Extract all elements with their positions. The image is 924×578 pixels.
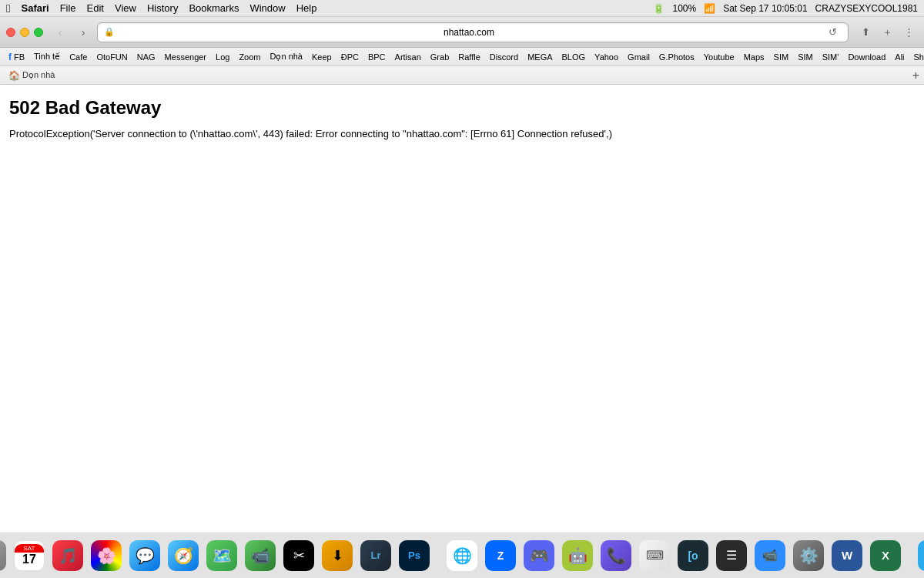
bookmark-sim1[interactable]: SIM (770, 51, 793, 63)
dock-facetime[interactable]: 📹 (243, 538, 278, 573)
dock-zoom-cam[interactable]: 📹 (752, 538, 788, 573)
bookmarks-bar: f FB Tinh tế Cafe OtoFUN NAG Messenger L… (0, 48, 924, 66)
dock-lightroom[interactable]: Lr (358, 538, 393, 573)
bookmark-discord[interactable]: Discord (486, 51, 522, 63)
menubar:  Safari File Edit View History Bookmark… (0, 0, 924, 17)
bookmark-cafe[interactable]: Cafe (65, 51, 91, 63)
bookmark-dpc[interactable]: ĐPC (337, 51, 363, 63)
sidebar-toggle[interactable]: ⋮ (899, 23, 918, 42)
bookmark-log[interactable]: Log (212, 51, 233, 63)
error-title: 502 Bad Gateway (9, 97, 915, 119)
fav-donnha[interactable]: 🏠 Dọn nhà (5, 69, 59, 82)
dock-chrome[interactable]: 🌐 (444, 538, 480, 573)
bookmark-nag[interactable]: NAG (133, 51, 159, 63)
menu-bookmarks[interactable]: Bookmarks (189, 2, 239, 14)
bookmark-zoom[interactable]: Zoom (235, 51, 264, 63)
url-text: nhattao.com (119, 27, 819, 38)
share-button[interactable]: ⬆ (856, 23, 875, 42)
close-button[interactable] (6, 28, 15, 37)
battery-percent: 100% (672, 3, 696, 14)
dock-zalo[interactable]: Z (483, 538, 518, 573)
bookmark-artisan[interactable]: Artisan (391, 51, 425, 63)
dock-sysprefs[interactable]: ⚙️ (791, 538, 826, 573)
new-tab-button[interactable]: ＋ (878, 23, 896, 42)
donnha-icon: 🏠 (8, 70, 20, 81)
dock-viber[interactable]: 📞 (598, 538, 634, 573)
error-page: 502 Bad Gateway ProtocolException('Serve… (0, 85, 924, 152)
bookmark-maps[interactable]: Maps (740, 51, 768, 63)
minimize-button[interactable] (20, 28, 29, 37)
main-content: 502 Bad Gateway ProtocolException('Serve… (0, 85, 924, 532)
bookmark-bpc[interactable]: BPC (364, 51, 390, 63)
bookmark-donnha[interactable]: Dọn nhà (266, 50, 306, 63)
dock-capcut[interactable]: ✂ (281, 538, 316, 573)
dock-bracket[interactable]: [o (675, 538, 711, 573)
bookmark-download[interactable]: Download (844, 51, 889, 63)
bookmark-yahoo[interactable]: Yahoo (591, 51, 622, 63)
favorites-bar: 🏠 Dọn nhà + (0, 66, 924, 85)
dock-keyshade[interactable]: ⌨ (637, 538, 672, 573)
dock-photos[interactable]: 🌸 (89, 538, 124, 573)
battery-icon: 🔋 (653, 3, 665, 14)
traffic-lights (6, 28, 43, 37)
bookmark-keep[interactable]: Keep (308, 51, 336, 63)
dock-calendar[interactable]: SAT 17 (12, 538, 47, 573)
bookmark-messenger[interactable]: Messenger (161, 51, 210, 63)
dock-discord[interactable]: 🎮 (521, 538, 557, 573)
dock-bartender[interactable]: ☰ (714, 538, 749, 573)
dock-music[interactable]: 🎵 (50, 538, 85, 573)
bookmark-raffle[interactable]: Raffle (454, 51, 484, 63)
forward-button[interactable]: › (74, 23, 92, 42)
dock-android[interactable]: 🤖 (560, 538, 595, 573)
app-name[interactable]: Safari (21, 2, 49, 14)
bookmark-sim2[interactable]: SIM (794, 51, 817, 63)
bookmark-gphotos[interactable]: G.Photos (655, 51, 698, 63)
toolbar-icons: ⬆ ＋ ⋮ (856, 23, 918, 42)
dock-fdm[interactable]: ⬇ (320, 538, 355, 573)
bookmark-otofun[interactable]: OtoFUN (92, 51, 131, 63)
bookmark-sim3[interactable]: SIM' (819, 51, 843, 63)
menu-window[interactable]: Window (249, 2, 285, 14)
bookmark-shopee[interactable]: Shopee (910, 51, 924, 63)
bookmark-youtube[interactable]: Youtube (700, 51, 738, 63)
menu-history[interactable]: History (147, 2, 178, 14)
fullscreen-button[interactable] (34, 28, 43, 37)
dock-excel[interactable]: X (868, 538, 903, 573)
error-detail: ProtocolException('Server connection to … (9, 128, 915, 139)
fb-icon: f (8, 52, 12, 62)
dock-safari[interactable]: 🧭 (166, 538, 201, 573)
reload-button[interactable]: ↺ (823, 23, 842, 42)
bookmark-fb[interactable]: f FB (5, 50, 28, 64)
menu-file[interactable]: File (60, 2, 76, 14)
menu-view[interactable]: View (115, 2, 136, 14)
dock-launchpad[interactable]: 🚀 (0, 538, 8, 573)
bookmark-ali[interactable]: Ali (891, 51, 908, 63)
bookmark-blog[interactable]: BLOG (558, 51, 590, 63)
username: CRAZYSEXYCOOL1981 (815, 3, 918, 14)
lock-icon: 🔒 (104, 27, 115, 37)
dock-maps[interactable]: 🗺️ (204, 538, 239, 573)
menu-edit[interactable]: Edit (87, 2, 104, 14)
dock-word[interactable]: W (829, 538, 865, 573)
bookmark-tinhte[interactable]: Tinh tế (30, 50, 64, 63)
dock-messages[interactable]: 💬 (127, 538, 162, 573)
donnha-label: Dọn nhà (22, 70, 55, 80)
dock-photoshop[interactable]: Ps (397, 538, 432, 573)
back-button[interactable]: ‹ (51, 23, 69, 42)
bookmark-grab[interactable]: Grab (427, 51, 453, 63)
dock: 🔍 🚀 SAT 17 🎵 🌸 💬 🧭 🗺️ 📹 ✂ ⬇ Lr (0, 532, 924, 578)
add-bookmark-button[interactable]: + (912, 69, 919, 82)
dock-telegram[interactable]: ✈ (916, 538, 924, 573)
bookmark-mega[interactable]: MEGA (524, 51, 556, 63)
bookmark-gmail[interactable]: Gmail (624, 51, 654, 63)
safari-toolbar: ‹ › 🔒 nhattao.com ↺ ⬆ ＋ ⋮ (0, 17, 924, 48)
apple-menu[interactable]:  (6, 2, 10, 15)
menu-help[interactable]: Help (296, 2, 317, 14)
wifi-icon: 📶 (704, 3, 715, 14)
address-bar[interactable]: 🔒 nhattao.com ↺ (97, 22, 849, 42)
clock: Sat Sep 17 10:05:01 (723, 3, 807, 14)
